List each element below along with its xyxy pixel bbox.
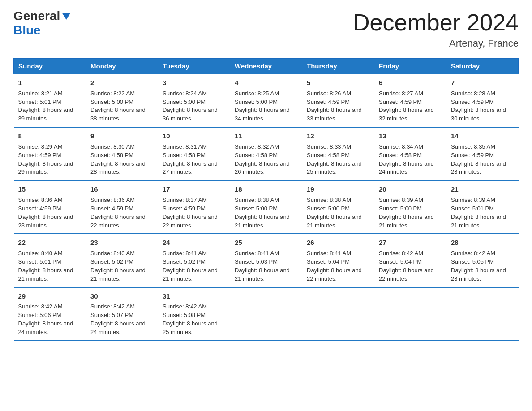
day-number: 26 [307, 238, 369, 248]
day-number: 1 [18, 78, 82, 88]
day-info: Sunrise: 8:27 AMSunset: 4:59 PMDaylight:… [379, 90, 434, 122]
weekday-header-wednesday: Wednesday [230, 59, 302, 74]
day-info: Sunrise: 8:39 AMSunset: 5:01 PMDaylight:… [451, 197, 506, 229]
day-cell: 28Sunrise: 8:42 AMSunset: 5:05 PMDayligh… [446, 234, 519, 287]
day-cell: 6Sunrise: 8:27 AMSunset: 4:59 PMDaylight… [374, 74, 446, 127]
day-cell: 19Sunrise: 8:38 AMSunset: 5:00 PMDayligh… [302, 180, 374, 234]
day-cell [230, 287, 302, 341]
location: Artenay, France [353, 38, 519, 49]
day-number: 10 [163, 131, 225, 141]
day-cell: 30Sunrise: 8:42 AMSunset: 5:07 PMDayligh… [86, 287, 158, 341]
logo-arrow-icon [62, 13, 71, 21]
day-cell: 13Sunrise: 8:34 AMSunset: 4:58 PMDayligh… [374, 127, 446, 180]
day-info: Sunrise: 8:25 AMSunset: 5:00 PMDaylight:… [235, 90, 290, 122]
day-cell: 8Sunrise: 8:29 AMSunset: 4:59 PMDaylight… [14, 127, 86, 180]
week-row-3: 15Sunrise: 8:36 AMSunset: 4:59 PMDayligh… [14, 180, 519, 234]
day-number: 8 [18, 131, 82, 141]
day-number: 15 [18, 184, 82, 194]
weekday-header-monday: Monday [86, 59, 158, 74]
day-number: 27 [379, 238, 442, 248]
day-cell [374, 287, 446, 341]
day-info: Sunrise: 8:31 AMSunset: 4:58 PMDaylight:… [163, 143, 218, 176]
day-cell: 14Sunrise: 8:35 AMSunset: 4:59 PMDayligh… [446, 127, 519, 180]
day-info: Sunrise: 8:35 AMSunset: 4:59 PMDaylight:… [451, 143, 506, 176]
day-info: Sunrise: 8:42 AMSunset: 5:07 PMDaylight:… [90, 303, 146, 335]
day-info: Sunrise: 8:37 AMSunset: 4:59 PMDaylight:… [163, 197, 218, 229]
weekday-header-sunday: Sunday [14, 59, 86, 74]
day-number: 12 [307, 131, 369, 141]
day-info: Sunrise: 8:29 AMSunset: 4:59 PMDaylight:… [18, 143, 73, 176]
day-number: 5 [307, 78, 369, 88]
page-header: General Blue December 2024 Artenay, Fran… [13, 9, 519, 49]
day-cell: 5Sunrise: 8:26 AMSunset: 4:59 PMDaylight… [302, 74, 374, 127]
day-number: 6 [379, 78, 442, 88]
day-number: 3 [163, 78, 225, 88]
logo: General Blue [13, 9, 71, 38]
day-number: 31 [163, 291, 225, 301]
week-row-5: 29Sunrise: 8:42 AMSunset: 5:06 PMDayligh… [14, 287, 519, 341]
day-info: Sunrise: 8:24 AMSunset: 5:00 PMDaylight:… [163, 90, 218, 122]
day-cell: 16Sunrise: 8:36 AMSunset: 4:59 PMDayligh… [86, 180, 158, 234]
day-cell: 17Sunrise: 8:37 AMSunset: 4:59 PMDayligh… [158, 180, 230, 234]
day-number: 18 [235, 184, 297, 194]
day-number: 7 [451, 78, 514, 88]
day-cell: 2Sunrise: 8:22 AMSunset: 5:00 PMDaylight… [86, 74, 158, 127]
day-info: Sunrise: 8:42 AMSunset: 5:08 PMDaylight:… [163, 303, 218, 335]
day-number: 13 [379, 131, 442, 141]
day-info: Sunrise: 8:42 AMSunset: 5:05 PMDaylight:… [451, 250, 506, 282]
day-info: Sunrise: 8:33 AMSunset: 4:58 PMDaylight:… [307, 143, 362, 176]
day-cell: 29Sunrise: 8:42 AMSunset: 5:06 PMDayligh… [14, 287, 86, 341]
day-info: Sunrise: 8:30 AMSunset: 4:58 PMDaylight:… [90, 143, 146, 176]
day-info: Sunrise: 8:40 AMSunset: 5:01 PMDaylight:… [18, 250, 73, 282]
day-cell: 31Sunrise: 8:42 AMSunset: 5:08 PMDayligh… [158, 287, 230, 341]
week-row-4: 22Sunrise: 8:40 AMSunset: 5:01 PMDayligh… [14, 234, 519, 287]
day-info: Sunrise: 8:42 AMSunset: 5:06 PMDaylight:… [18, 303, 73, 335]
day-number: 4 [235, 78, 297, 88]
day-number: 24 [163, 238, 225, 248]
day-info: Sunrise: 8:38 AMSunset: 5:00 PMDaylight:… [307, 197, 362, 229]
weekday-header-thursday: Thursday [302, 59, 374, 74]
day-cell: 3Sunrise: 8:24 AMSunset: 5:00 PMDaylight… [158, 74, 230, 127]
day-info: Sunrise: 8:21 AMSunset: 5:01 PMDaylight:… [18, 90, 73, 122]
day-number: 2 [90, 78, 153, 88]
day-cell: 26Sunrise: 8:41 AMSunset: 5:04 PMDayligh… [302, 234, 374, 287]
logo-blue-text: Blue [13, 23, 41, 37]
day-number: 23 [90, 238, 153, 248]
day-number: 22 [18, 238, 82, 248]
day-info: Sunrise: 8:28 AMSunset: 4:59 PMDaylight:… [451, 90, 506, 122]
day-info: Sunrise: 8:36 AMSunset: 4:59 PMDaylight:… [18, 197, 73, 229]
day-cell: 24Sunrise: 8:41 AMSunset: 5:02 PMDayligh… [158, 234, 230, 287]
weekday-header-saturday: Saturday [446, 59, 519, 74]
day-cell: 12Sunrise: 8:33 AMSunset: 4:58 PMDayligh… [302, 127, 374, 180]
day-cell: 7Sunrise: 8:28 AMSunset: 4:59 PMDaylight… [446, 74, 519, 127]
day-info: Sunrise: 8:39 AMSunset: 5:00 PMDaylight:… [379, 197, 434, 229]
day-number: 9 [90, 131, 153, 141]
day-info: Sunrise: 8:41 AMSunset: 5:04 PMDaylight:… [307, 250, 362, 282]
day-cell: 25Sunrise: 8:41 AMSunset: 5:03 PMDayligh… [230, 234, 302, 287]
title-block: December 2024 Artenay, France [353, 9, 519, 49]
month-title: December 2024 [353, 9, 519, 36]
day-number: 17 [163, 184, 225, 194]
svg-marker-0 [62, 13, 71, 20]
day-cell: 11Sunrise: 8:32 AMSunset: 4:58 PMDayligh… [230, 127, 302, 180]
day-info: Sunrise: 8:22 AMSunset: 5:00 PMDaylight:… [90, 90, 146, 122]
day-number: 28 [451, 238, 514, 248]
day-cell: 15Sunrise: 8:36 AMSunset: 4:59 PMDayligh… [14, 180, 86, 234]
day-number: 29 [18, 291, 82, 301]
day-info: Sunrise: 8:42 AMSunset: 5:04 PMDaylight:… [379, 250, 434, 282]
logo-general-text: General [13, 9, 60, 23]
day-info: Sunrise: 8:36 AMSunset: 4:59 PMDaylight:… [90, 197, 146, 229]
day-info: Sunrise: 8:40 AMSunset: 5:02 PMDaylight:… [90, 250, 146, 282]
day-number: 21 [451, 184, 514, 194]
day-cell: 27Sunrise: 8:42 AMSunset: 5:04 PMDayligh… [374, 234, 446, 287]
day-number: 16 [90, 184, 153, 194]
day-cell: 20Sunrise: 8:39 AMSunset: 5:00 PMDayligh… [374, 180, 446, 234]
day-info: Sunrise: 8:38 AMSunset: 5:00 PMDaylight:… [235, 197, 290, 229]
day-number: 30 [90, 291, 153, 301]
week-row-1: 1Sunrise: 8:21 AMSunset: 5:01 PMDaylight… [14, 74, 519, 127]
week-row-2: 8Sunrise: 8:29 AMSunset: 4:59 PMDaylight… [14, 127, 519, 180]
calendar-table: SundayMondayTuesdayWednesdayThursdayFrid… [13, 58, 519, 341]
day-cell: 10Sunrise: 8:31 AMSunset: 4:58 PMDayligh… [158, 127, 230, 180]
day-number: 11 [235, 131, 297, 141]
day-cell: 23Sunrise: 8:40 AMSunset: 5:02 PMDayligh… [86, 234, 158, 287]
